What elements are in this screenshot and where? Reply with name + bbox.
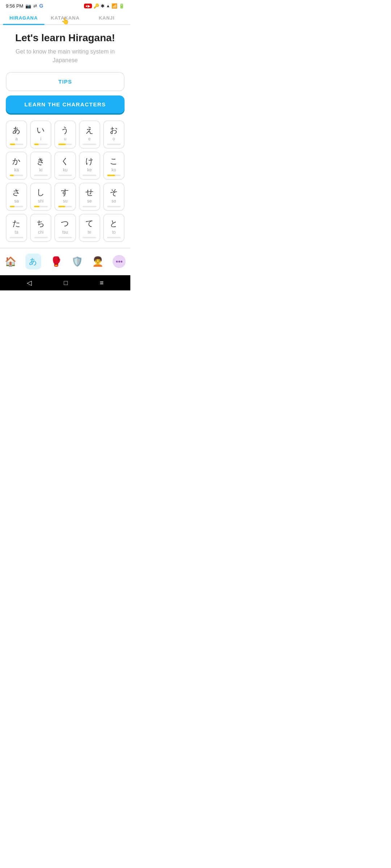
shield-icon: 🛡️ — [71, 256, 83, 267]
char-kana: つ — [61, 218, 69, 229]
char-progress-bar — [83, 206, 96, 207]
char-progress-fill — [10, 144, 15, 145]
char-roman: ki — [39, 167, 42, 173]
char-card-te[interactable]: てte — [79, 214, 100, 242]
char-kana: く — [61, 156, 69, 167]
char-card-u[interactable]: うu — [54, 120, 76, 149]
char-card-ki[interactable]: きki — [30, 152, 51, 180]
char-roman: i — [40, 136, 41, 141]
tab-hiragana[interactable]: HIRAGANA — [3, 10, 45, 24]
char-kana: あ — [12, 125, 21, 136]
char-roman: a — [15, 136, 18, 141]
char-roman: u — [64, 136, 67, 141]
char-progress-bar — [10, 206, 24, 207]
char-card-shi[interactable]: しshi — [30, 183, 51, 211]
tips-button[interactable]: TIPS — [6, 72, 125, 91]
char-roman: tsu — [62, 230, 68, 235]
battery-icon: 🔋 — [119, 3, 125, 9]
char-kana: そ — [110, 187, 118, 198]
char-roman: te — [88, 230, 91, 235]
char-roman: so — [112, 199, 116, 204]
char-roman: to — [112, 230, 115, 235]
char-roman: ku — [63, 167, 68, 173]
char-card-ko[interactable]: こko — [103, 152, 125, 180]
char-progress-bar — [58, 206, 72, 207]
char-progress-bar — [10, 237, 24, 238]
char-progress-bar — [34, 144, 48, 145]
char-kana: た — [12, 218, 21, 229]
char-progress-bar — [10, 175, 24, 176]
hero-title: Let's learn Hiragana! — [6, 32, 125, 44]
back-button[interactable]: ◁ — [27, 279, 32, 287]
char-kana: す — [61, 187, 69, 198]
home-button[interactable]: □ — [64, 279, 68, 287]
char-progress-bar — [83, 237, 96, 238]
character-grid: あaいiうuえeおoかkaきkiくkuけkeこkoさsaしshiすsuせseそs… — [6, 120, 125, 248]
char-roman: o — [113, 136, 115, 141]
char-card-tsu[interactable]: つtsu — [54, 214, 76, 242]
char-card-su[interactable]: すsu — [54, 183, 76, 211]
learn-characters-button[interactable]: LEARN THE CHARACTERS — [6, 95, 125, 113]
menu-button[interactable]: ≡ — [100, 279, 104, 287]
key-icon: 🔑 — [93, 3, 99, 9]
char-kana: し — [37, 187, 45, 198]
char-progress-fill — [10, 175, 14, 176]
char-card-so[interactable]: そso — [103, 183, 125, 211]
char-progress-bar — [58, 144, 72, 145]
home-icon: 🏠 — [5, 256, 16, 267]
char-progress-bar — [58, 237, 72, 238]
char-card-chi[interactable]: ちchi — [30, 214, 51, 242]
profile-icon: 🧑‍🦱 — [92, 256, 104, 267]
nav-home[interactable]: 🏠 — [1, 255, 20, 269]
char-progress-bar — [83, 175, 96, 176]
char-progress-fill — [10, 206, 14, 207]
char-progress-bar — [34, 237, 48, 238]
nav-profile[interactable]: 🧑‍🦱 — [88, 255, 107, 269]
char-progress-bar — [58, 175, 72, 176]
char-kana: か — [12, 156, 21, 167]
record-icon: ●▶ — [84, 4, 92, 8]
nav-achievements[interactable]: 🛡️ — [68, 255, 87, 269]
bluetooth-icon: ✱ — [101, 3, 105, 9]
signal-icon: ▲ — [106, 4, 110, 8]
char-progress-bar — [107, 237, 121, 238]
char-roman: su — [63, 199, 68, 204]
android-nav-bar: ◁ □ ≡ — [0, 275, 130, 290]
char-progress-bar — [107, 144, 121, 145]
char-kana: う — [61, 125, 69, 136]
char-roman: sa — [14, 199, 19, 204]
char-card-i[interactable]: いi — [30, 120, 51, 149]
tab-katakana[interactable]: KATAKANA 👆 — [45, 10, 86, 24]
char-roman: shi — [38, 199, 43, 204]
char-roman: ko — [112, 167, 116, 173]
char-progress-fill — [34, 206, 39, 207]
char-card-se[interactable]: せse — [79, 183, 100, 211]
tab-kanji[interactable]: KANJI — [86, 10, 127, 24]
camera-icon: 📷 — [25, 3, 31, 9]
char-kana: け — [85, 156, 94, 167]
char-card-ta[interactable]: たta — [6, 214, 27, 242]
char-card-sa[interactable]: さsa — [6, 183, 27, 211]
char-progress-bar — [83, 144, 96, 145]
characters-icon: あ — [25, 254, 41, 269]
char-card-ku[interactable]: くku — [54, 152, 76, 180]
char-card-ke[interactable]: けke — [79, 152, 100, 180]
main-content: Let's learn Hiragana! Get to know the ma… — [0, 25, 130, 248]
char-card-o[interactable]: おo — [103, 120, 125, 149]
bottom-nav: 🏠 あ 🥊 🛡️ 🧑‍🦱 ••• — [0, 248, 130, 275]
char-kana: こ — [110, 156, 118, 167]
char-progress-fill — [58, 144, 66, 145]
char-progress-bar — [107, 206, 121, 207]
char-card-e[interactable]: えe — [79, 120, 100, 149]
char-card-to[interactable]: とto — [103, 214, 125, 242]
char-kana: え — [85, 125, 94, 136]
char-card-a[interactable]: あa — [6, 120, 27, 149]
char-card-ka[interactable]: かka — [6, 152, 27, 180]
nav-practice[interactable]: 🥊 — [47, 255, 66, 269]
char-roman: ka — [14, 167, 19, 173]
nav-characters[interactable]: あ — [22, 252, 45, 271]
hero-subtitle: Get to know the main writing system in J… — [6, 47, 125, 65]
nav-more[interactable]: ••• — [109, 254, 129, 269]
char-progress-fill — [107, 175, 115, 176]
char-roman: chi — [38, 230, 43, 235]
